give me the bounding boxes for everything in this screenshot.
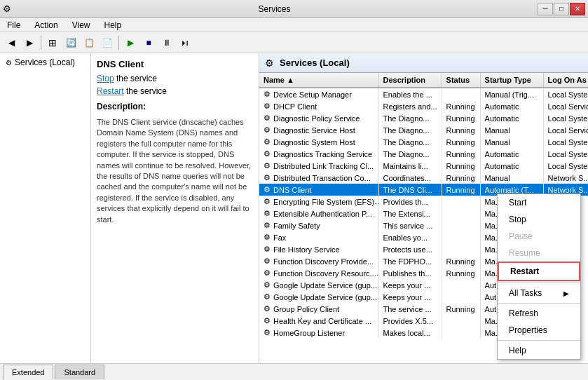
cell-startup: Manual	[480, 136, 543, 148]
cell-desc: The DNS Cli...	[378, 184, 442, 196]
cell-desc: Provides X.5...	[378, 315, 442, 327]
row-service-icon: ⚙	[264, 173, 271, 182]
center-panel: DNS Client Stop the service Restart the …	[91, 53, 259, 363]
context-menu-item-start[interactable]: Start	[498, 194, 580, 211]
cell-desc: The Extensi...	[378, 208, 442, 219]
context-menu-item-restart[interactable]: Restart	[498, 262, 580, 281]
cell-status: Running	[442, 100, 480, 112]
col-desc[interactable]: Description	[378, 73, 442, 88]
toolbar-back[interactable]: ◀	[3, 34, 20, 51]
context-menu-item-all-tasks[interactable]: All Tasks▶	[498, 285, 580, 301]
cell-desc: Enables yo...	[378, 231, 442, 243]
cell-name: ⚙File History Service	[259, 243, 378, 255]
right-panel: ⚙ Services (Local) Name ▲ Description St…	[259, 53, 588, 363]
row-service-icon: ⚙	[264, 90, 271, 99]
cell-status: Running	[442, 267, 480, 279]
table-row[interactable]: ⚙Diagnostic Policy ServiceThe Diagno...R…	[259, 112, 588, 124]
cell-name: ⚙Encrypting File System (EFS)	[259, 196, 378, 208]
toolbar-pause[interactable]: ⏸	[158, 34, 175, 51]
titlebar: ⚙ Services ─ □ ✕	[0, 0, 588, 18]
col-startup[interactable]: Startup Type	[480, 73, 543, 88]
cell-logon: Local Syste...	[543, 160, 588, 172]
toolbar-doc2[interactable]: 📄	[99, 34, 116, 51]
cell-desc: The FDPHO...	[378, 255, 442, 267]
toolbar-stop[interactable]: ■	[140, 34, 157, 51]
row-service-icon: ⚙	[264, 233, 271, 242]
table-row[interactable]: ⚙Diagnostic Service HostThe Diagno...Run…	[259, 124, 588, 136]
tab-extended[interactable]: Extended	[3, 365, 53, 379]
cell-name: ⚙Group Policy Client	[259, 303, 378, 315]
cell-status: Running	[442, 112, 480, 124]
table-row[interactable]: ⚙Distributed Transaction Co...Coordinate…	[259, 172, 588, 184]
cell-status	[442, 88, 480, 100]
titlebar-buttons: ─ □ ✕	[538, 3, 585, 15]
cell-desc: The Diagno...	[378, 148, 442, 160]
row-service-icon: ⚙	[264, 245, 271, 254]
ctx-label-3: Resume	[509, 248, 540, 258]
cell-desc: Maintains li...	[378, 160, 442, 172]
cell-desc: This service ...	[378, 219, 442, 231]
cell-name: ⚙Google Update Service (gup...	[259, 279, 378, 291]
tab-standard[interactable]: Standard	[55, 365, 104, 379]
context-menu-item-stop[interactable]: Stop	[498, 211, 580, 228]
cell-desc: Enables the ...	[378, 88, 442, 100]
cell-status: Running	[442, 124, 480, 136]
tree-item-services-local[interactable]: ⚙ Services (Local)	[3, 56, 88, 69]
cell-desc: Makes local...	[378, 327, 442, 339]
services-panel-title: Services (Local)	[280, 57, 350, 68]
col-logon[interactable]: Log On As	[543, 73, 588, 88]
cell-name: ⚙Google Update Service (gup...	[259, 291, 378, 303]
toolbar-resume[interactable]: ⏯	[177, 34, 193, 51]
left-panel: ⚙ Services (Local)	[0, 53, 91, 363]
titlebar-icon: ⚙	[3, 4, 11, 14]
menu-file[interactable]: File	[3, 19, 25, 32]
cell-status	[442, 196, 480, 208]
cell-name: ⚙Distributed Link Tracking Cl...	[259, 160, 378, 172]
main-layout: ⚙ Services (Local) DNS Client Stop the s…	[0, 53, 588, 363]
cell-logon: Local Service	[543, 100, 588, 112]
col-status[interactable]: Status	[442, 73, 480, 88]
cell-desc: The Diagno...	[378, 124, 442, 136]
ctx-label-6: Refresh	[509, 308, 538, 318]
context-menu-item-properties[interactable]: Properties	[498, 322, 580, 339]
context-menu-sep-2	[498, 303, 580, 304]
table-row[interactable]: ⚙Diagnostics Tracking ServiceThe Diagno.…	[259, 148, 588, 160]
row-service-icon: ⚙	[264, 316, 271, 325]
table-row[interactable]: ⚙Diagnostic System HostThe Diagno...Runn…	[259, 136, 588, 148]
menu-action[interactable]: Action	[30, 19, 62, 32]
menu-help[interactable]: Help	[100, 19, 126, 32]
toolbar-doc1[interactable]: 📋	[81, 34, 97, 51]
row-service-icon: ⚙	[264, 221, 271, 230]
row-service-icon: ⚙	[264, 209, 271, 218]
minimize-button[interactable]: ─	[538, 3, 553, 15]
context-menu-sep-1	[498, 283, 580, 283]
cell-desc: Registers and...	[378, 100, 442, 112]
col-name[interactable]: Name ▲	[259, 73, 378, 88]
row-service-icon: ⚙	[264, 114, 271, 123]
toolbar-refresh[interactable]: 🔄	[62, 34, 79, 51]
statusbar: Extended Standard	[0, 363, 588, 380]
table-row[interactable]: ⚙DHCP ClientRegisters and...RunningAutom…	[259, 100, 588, 112]
stop-service-link[interactable]: Stop	[97, 74, 114, 83]
ctx-label-1: Stop	[509, 215, 526, 224]
cell-status	[442, 327, 480, 339]
toolbar-grid[interactable]: ⊞	[44, 34, 61, 51]
row-service-icon: ⚙	[264, 185, 271, 194]
cell-desc: Publishes th...	[378, 267, 442, 279]
toolbar-forward[interactable]: ▶	[21, 34, 38, 51]
toolbar-sep-2	[118, 36, 119, 50]
maximize-button[interactable]: □	[554, 3, 569, 15]
table-row[interactable]: ⚙Device Setup ManagerEnables the ...Manu…	[259, 88, 588, 100]
menu-view[interactable]: View	[68, 19, 95, 32]
context-menu-item-refresh[interactable]: Refresh	[498, 305, 580, 322]
restart-service-link[interactable]: Restart	[97, 86, 124, 96]
table-row[interactable]: ⚙Distributed Link Tracking Cl...Maintain…	[259, 160, 588, 172]
row-service-icon: ⚙	[264, 149, 271, 158]
context-menu-item-help[interactable]: Help	[498, 342, 580, 359]
close-button[interactable]: ✕	[570, 3, 585, 15]
cell-name: ⚙Function Discovery Resourc...	[259, 267, 378, 279]
cell-name: ⚙Function Discovery Provide...	[259, 255, 378, 267]
toolbar-play[interactable]: ▶	[122, 34, 139, 51]
service-description: The DNS Client service (dnscache) caches…	[97, 117, 253, 225]
titlebar-title: Services	[11, 4, 538, 14]
